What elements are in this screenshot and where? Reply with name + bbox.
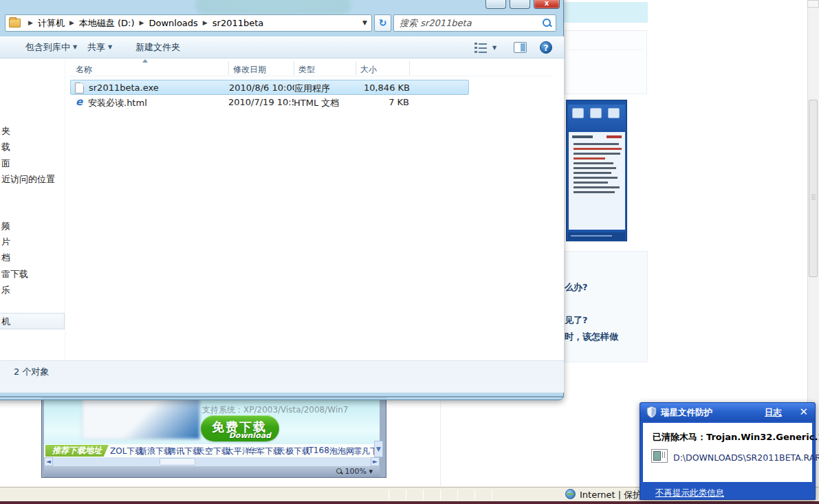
chevron-down-icon[interactable]: ▼: [492, 45, 496, 51]
sidebar-item[interactable]: 夹: [1, 125, 10, 138]
breadcrumb-item[interactable]: 本地磁盘 (D:): [79, 15, 135, 31]
download-site-link[interactable]: 天极下载: [277, 446, 310, 457]
new-folder-button[interactable]: 新建文件夹: [135, 41, 180, 54]
scrollbar-up-button[interactable]: [807, 0, 819, 8]
breadcrumb-item[interactable]: 计算机: [38, 15, 65, 31]
help-icon[interactable]: ?: [540, 41, 552, 54]
column-header-date[interactable]: 修改日期: [233, 64, 266, 76]
maximize-button[interactable]: [510, 0, 530, 9]
file-size: 7 KB: [356, 97, 409, 107]
promo-scroll-down-button[interactable]: ▼: [374, 441, 383, 457]
page-content-box: [565, 30, 647, 94]
scrollbar-thumb[interactable]: [809, 100, 818, 277]
thumbnail-link-bar: [607, 135, 622, 138]
popup-title: 瑞星文件防护: [661, 407, 712, 419]
include-in-library-button[interactable]: 包含到库中▼: [25, 41, 77, 54]
sidebar-item[interactable]: 载: [1, 141, 10, 153]
refresh-button[interactable]: ↻: [374, 14, 391, 32]
close-button[interactable]: x: [534, 0, 560, 9]
sidebar-item[interactable]: 频: [1, 220, 10, 232]
sidebar-item[interactable]: 片: [1, 236, 10, 248]
details-pane: 2 个对象: [0, 360, 564, 393]
free-download-button[interactable]: 免费下载 Download: [201, 415, 279, 441]
window-edge: [0, 396, 564, 397]
scroll-right-button[interactable]: ►: [371, 457, 380, 466]
sidebar-item[interactable]: 面: [1, 157, 10, 170]
page-link-fragment[interactable]: 时，该怎样做: [565, 331, 618, 343]
page-link-fragment[interactable]: 么办?: [565, 281, 588, 294]
explorer-content: 夹 载 面 近访问的位置 频 片 档 雷下载 乐 机 名称 修改日期 类型 大小: [0, 58, 564, 360]
file-type: 应用程序: [294, 83, 356, 95]
breadcrumb-item[interactable]: sr2011beta: [212, 15, 264, 31]
trojan-removed-message: 已清除木马：Trojan.Win32.Generic.1...: [653, 431, 819, 443]
page-faq-box: [563, 251, 648, 362]
sidebar-item[interactable]: 雷下载: [1, 268, 28, 281]
breadcrumb-arrow-icon: ▶: [23, 15, 38, 31]
page-link-fragment[interactable]: 见了?: [565, 314, 588, 327]
thumbnail-toolbar-icon: [572, 108, 584, 118]
log-link[interactable]: 日志: [765, 407, 782, 419]
thumbnail-panel: [569, 132, 625, 230]
download-site-link[interactable]: 太平洋: [226, 446, 250, 457]
sidebar-item[interactable]: 档: [1, 252, 10, 264]
breadcrumb-item[interactable]: Downloads: [149, 15, 197, 31]
address-bar-row: ▶ 计算机 ▶ 本地磁盘 (D:) ▶ Downloads ▶ sr2011be…: [0, 14, 565, 34]
minimize-button[interactable]: [485, 0, 506, 9]
file-row[interactable]: e 安装必读.html 2010/7/19 10:52 HTML 文档 7 KB: [70, 95, 469, 110]
download-site-link[interactable]: 天空下载: [197, 446, 230, 457]
app-screenshot-thumbnail: [566, 100, 627, 241]
dont-show-again-link[interactable]: 不再提示此类信息: [655, 487, 724, 499]
column-header-name[interactable]: 名称: [76, 64, 92, 76]
page-banner-fragment: [564, 2, 648, 23]
scrollbar-thumb[interactable]: [160, 458, 195, 465]
share-button[interactable]: 共享▼: [87, 41, 112, 54]
download-site-link[interactable]: IT168: [306, 446, 329, 455]
screen: 么办? 见了? 时，该怎样做 Internet | 保护模式 支持系统：XP/2…: [0, 0, 819, 504]
sidebar-item-selected[interactable]: 机: [0, 313, 65, 329]
sidebar-item[interactable]: 近访问的位置: [1, 173, 55, 186]
thumbnail-text-line: [574, 172, 611, 174]
close-icon[interactable]: ✕: [799, 406, 808, 418]
chevron-down-icon: ▼: [108, 44, 112, 50]
search-box[interactable]: [393, 14, 556, 32]
column-header-size[interactable]: 大小: [360, 64, 377, 76]
file-name: sr2011beta.exe: [89, 83, 226, 93]
thumbnail-text-line: [574, 162, 613, 164]
download-site-link[interactable]: 新浪下载: [139, 446, 172, 457]
divider: [440, 401, 441, 486]
thumbnail-toolbar: [568, 105, 625, 129]
popup-body: 已清除木马：Trojan.Win32.Generic.1... D:\DOWNL…: [643, 423, 812, 482]
thumbnail-statusbar: [568, 232, 625, 240]
thumbnail-toolbar-icon: [608, 108, 620, 118]
change-view-icon[interactable]: [474, 42, 488, 53]
file-date: 2010/8/6 10:00: [229, 83, 294, 93]
scrollbar-thumb-grip: [811, 195, 816, 200]
preview-pane-icon[interactable]: [514, 42, 527, 53]
download-site-link[interactable]: 腾讯下载: [168, 446, 201, 457]
popup-title-bar[interactable]: 瑞星文件防护 日志 ✕: [640, 403, 815, 421]
promo-browser-window: 支持系统：XP/2003/Vista/2008/Win7 免费下载 Downlo…: [41, 397, 386, 478]
zoom-control[interactable]: 100% ▾: [336, 467, 373, 476]
promo-banner: 支持系统：XP/2003/Vista/2008/Win7 免费下载 Downlo…: [44, 399, 380, 444]
download-site-link[interactable]: 华军下载: [248, 446, 281, 457]
download-site-link[interactable]: 泡泡网: [329, 446, 354, 457]
sort-ascending-icon: [142, 59, 148, 63]
thumbnail-text-line: [574, 148, 622, 150]
search-input[interactable]: [398, 16, 536, 30]
recommend-download-label: 推荐下载地址: [45, 445, 109, 457]
file-type: HTML 文档: [294, 97, 356, 109]
folder-icon: [9, 19, 21, 28]
breadcrumb-dropdown-icon[interactable]: ▼: [362, 15, 367, 31]
shield-icon: [646, 406, 657, 421]
breadcrumb[interactable]: ▶ 计算机 ▶ 本地磁盘 (D:) ▶ Downloads ▶ sr2011be…: [5, 14, 372, 32]
sidebar-item[interactable]: 乐: [1, 284, 10, 296]
column-header-type[interactable]: 类型: [298, 64, 315, 76]
breadcrumb-arrow-icon: ▶: [198, 15, 212, 31]
scroll-left-button[interactable]: ◄: [44, 457, 53, 466]
promo-horizontal-scrollbar[interactable]: ◄ ►: [44, 457, 380, 466]
divider: [569, 50, 642, 50]
file-row[interactable]: sr2011beta.exe 2010/8/6 10:00 应用程序 10,84…: [70, 80, 469, 95]
file-icon: [651, 449, 668, 463]
thumbnail-text-line: [574, 186, 620, 188]
file-size: 10,846 KB: [356, 83, 410, 93]
